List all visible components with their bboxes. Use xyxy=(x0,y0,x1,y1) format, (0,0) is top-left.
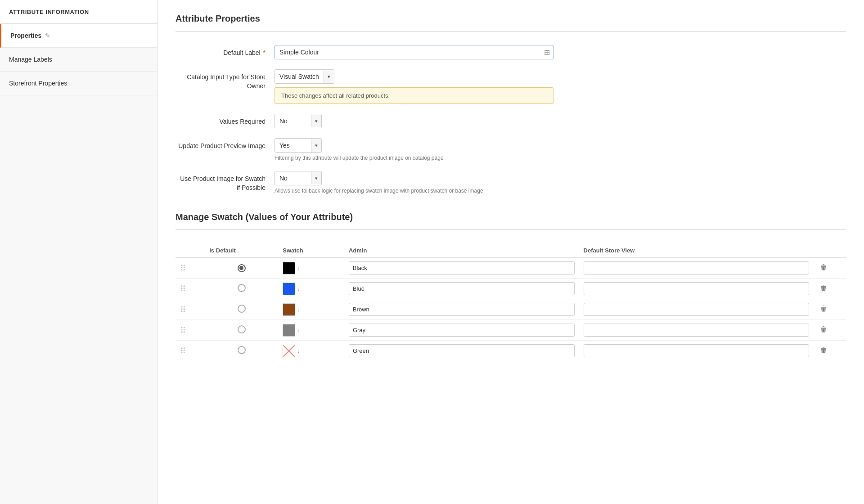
drag-handle[interactable]: ⠿ xyxy=(176,279,205,299)
store-view-cell xyxy=(579,320,814,341)
store-view-input[interactable] xyxy=(584,324,810,337)
drag-handle[interactable]: ⠿ xyxy=(176,320,205,341)
update-product-preview-select-wrapper: Yes ▾ xyxy=(274,138,322,153)
table-row: ⠿↓ xyxy=(176,320,846,341)
sidebar-item-properties-label: Properties xyxy=(10,32,41,39)
store-view-input[interactable] xyxy=(584,282,810,295)
admin-value-input[interactable] xyxy=(349,261,575,274)
svg-rect-7 xyxy=(823,326,824,327)
admin-value-input[interactable] xyxy=(349,303,575,316)
sidebar-item-storefront-properties[interactable]: Storefront Properties xyxy=(0,72,157,95)
sidebar-header-title: ATTRIBUTE INFORMATION xyxy=(9,9,89,15)
use-product-image-select[interactable]: No xyxy=(275,171,311,185)
swatch-color-box[interactable] xyxy=(283,262,295,274)
use-product-image-hint: Allows use fallback logic for replacing … xyxy=(274,188,590,194)
delete-row-button[interactable] xyxy=(818,324,829,337)
is-default-radio[interactable] xyxy=(238,264,246,272)
admin-value-cell xyxy=(344,320,579,341)
drag-handle[interactable]: ⠿ xyxy=(176,258,205,279)
drag-handle[interactable]: ⠿ xyxy=(176,341,205,361)
is-default-cell xyxy=(205,279,278,299)
admin-value-input[interactable] xyxy=(349,324,575,337)
default-label-input[interactable] xyxy=(274,45,554,59)
delete-cell xyxy=(814,279,846,299)
sidebar-item-manage-labels[interactable]: Manage Labels xyxy=(0,48,157,72)
svg-rect-6 xyxy=(821,328,826,328)
delete-cell xyxy=(814,299,846,320)
values-required-select[interactable]: No xyxy=(275,114,311,128)
default-label-row: Default Label * ⊞ xyxy=(176,45,846,59)
swatch-color-cell: ↓ xyxy=(278,258,344,279)
col-admin-header: Admin xyxy=(344,243,579,258)
attribute-properties-title: Attribute Properties xyxy=(176,14,846,24)
table-row: ⠿↓ xyxy=(176,341,846,361)
catalog-input-type-select[interactable]: Visual Swatch xyxy=(275,70,324,83)
default-label-input-wrapper: ⊞ xyxy=(274,45,554,59)
swatch-color-box[interactable] xyxy=(283,324,295,337)
admin-value-input[interactable] xyxy=(349,282,575,295)
swatch-table-header-row: Is Default Swatch Admin Default Store Vi… xyxy=(176,243,846,258)
store-view-cell xyxy=(579,341,814,361)
delete-cell xyxy=(814,320,846,341)
swatch-down-arrow: ↓ xyxy=(297,286,300,292)
sidebar-item-properties[interactable]: Properties ✎ xyxy=(0,24,157,48)
use-product-image-control: No ▾ Allows use fallback logic for repla… xyxy=(274,171,590,194)
delete-cell xyxy=(814,341,846,361)
table-row: ⠿↓ xyxy=(176,279,846,299)
swatch-color-cell: ↓ xyxy=(278,341,344,361)
store-view-input[interactable] xyxy=(584,261,810,274)
default-label-label: Default Label * xyxy=(176,45,274,58)
swatch-color-box[interactable] xyxy=(283,303,295,316)
swatch-down-arrow: ↓ xyxy=(297,266,300,271)
catalog-input-type-warning: These changes affect all related product… xyxy=(274,87,554,104)
drag-icon: ⠿ xyxy=(180,326,187,335)
store-view-cell xyxy=(579,279,814,299)
swatch-section: Manage Swatch (Values of Your Attribute)… xyxy=(176,212,846,361)
table-row: ⠿↓ xyxy=(176,258,846,279)
swatch-color-cell: ↓ xyxy=(278,320,344,341)
delete-cell xyxy=(814,258,846,279)
drag-handle[interactable]: ⠿ xyxy=(176,299,205,320)
update-product-preview-hint: Filtering by this attribute will update … xyxy=(274,155,590,161)
update-product-preview-control: Yes ▾ Filtering by this attribute will u… xyxy=(274,138,590,161)
drag-icon: ⠿ xyxy=(180,284,187,293)
values-required-arrow: ▾ xyxy=(311,115,321,127)
swatch-color-cell: ↓ xyxy=(278,279,344,299)
is-default-radio[interactable] xyxy=(238,325,246,333)
swatch-table: Is Default Swatch Admin Default Store Vi… xyxy=(176,243,846,361)
delete-row-button[interactable] xyxy=(818,283,829,295)
swatch-color-cell: ↓ xyxy=(278,299,344,320)
drag-icon: ⠿ xyxy=(180,346,187,356)
is-default-radio[interactable] xyxy=(238,305,246,313)
admin-value-cell xyxy=(344,258,579,279)
values-required-control: No ▾ xyxy=(274,114,590,128)
is-default-cell xyxy=(205,341,278,361)
admin-value-input[interactable] xyxy=(349,344,575,357)
swatch-color-box[interactable] xyxy=(283,283,295,295)
sidebar-header: ATTRIBUTE INFORMATION xyxy=(0,0,157,24)
update-product-preview-row: Update Product Preview Image Yes ▾ Filte… xyxy=(176,138,846,161)
swatch-no-image-box[interactable] xyxy=(283,345,295,357)
is-default-radio[interactable] xyxy=(238,346,246,354)
delete-row-button[interactable] xyxy=(818,345,829,357)
store-view-cell xyxy=(579,258,814,279)
update-product-preview-label: Update Product Preview Image xyxy=(176,138,274,151)
catalog-input-type-row: Catalog Input Type for Store Owner Visua… xyxy=(176,69,846,104)
update-product-preview-select[interactable]: Yes xyxy=(275,139,311,152)
store-view-input[interactable] xyxy=(584,303,810,316)
is-default-radio[interactable] xyxy=(238,284,246,292)
swatch-section-divider xyxy=(176,230,846,230)
attribute-properties-divider xyxy=(176,31,846,32)
delete-row-button[interactable] xyxy=(818,262,829,274)
svg-rect-8 xyxy=(821,348,826,349)
svg-rect-5 xyxy=(823,306,824,306)
catalog-input-type-arrow: ▾ xyxy=(324,71,334,83)
admin-value-cell xyxy=(344,299,579,320)
svg-rect-1 xyxy=(823,264,824,265)
swatch-down-arrow: ↓ xyxy=(297,307,300,312)
values-required-row: Values Required No ▾ xyxy=(176,114,846,128)
col-default-header: Is Default xyxy=(205,243,278,258)
store-view-input[interactable] xyxy=(584,344,810,357)
delete-row-button[interactable] xyxy=(818,303,829,316)
default-label-control: ⊞ xyxy=(274,45,590,59)
